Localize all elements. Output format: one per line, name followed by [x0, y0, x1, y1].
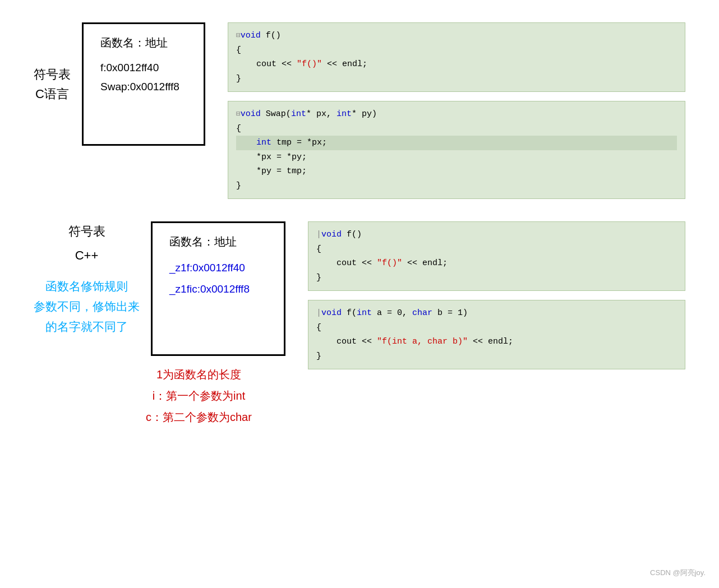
code-line: cout << "f(int a, char b)" << endl;: [316, 335, 677, 349]
code-line: *px = *py;: [236, 150, 677, 165]
keyword-int3: int: [256, 138, 271, 147]
annotation-line-0: 函数名修饰规则: [34, 276, 140, 297]
code-line: {: [236, 122, 677, 136]
code-line: ⊟void Swap(int* px, int* py): [236, 107, 677, 122]
watermark: CSDN @阿亮joy.: [650, 568, 706, 578]
string-literal: "f()": [377, 258, 402, 268]
legend-wrapper: 1为函数名的长度 i：第一个参数为int c：第二个参数为char: [146, 364, 252, 428]
pipe-icon2: |: [316, 308, 321, 318]
annotation-line-1: 参数不同，修饰出来: [34, 297, 140, 317]
bottom-symbol-wrapper: 符号表 C++ 函数名修饰规则 参数不同，修饰出来 的名字就不同了 函数名：地址…: [34, 221, 285, 356]
legend-line-1: i：第一个参数为int: [153, 385, 246, 406]
cpp-entry-1: _z1fic:0x0012fff8: [169, 279, 267, 300]
bottom-code-block-1: |void f() { cout << "f()" << endl; }: [308, 221, 685, 291]
bottom-label-line2: C++: [75, 246, 99, 265]
fn-swap: Swap(: [266, 109, 291, 119]
minus-icon: ⊟: [236, 31, 241, 40]
legend-line-2: c：第二个参数为char: [146, 406, 252, 428]
code-line: cout << "f()" << endl;: [316, 256, 677, 271]
code-line-highlight: int tmp = *px;: [236, 136, 677, 150]
top-label-line2: C语言: [34, 84, 71, 104]
keyword-int: int: [291, 109, 306, 119]
bottom-section: 符号表 C++ 函数名修饰规则 参数不同，修饰出来 的名字就不同了 函数名：地址…: [34, 221, 685, 428]
code-line: ⊟void f(): [236, 29, 677, 43]
code-line: *py = tmp;: [236, 164, 677, 179]
top-symbol-wrapper: 符号表 C语言 函数名：地址 f:0x0012ff40 Swap:0x0012f…: [34, 22, 205, 146]
keyword-void: void: [241, 31, 261, 40]
code-line: }: [236, 72, 677, 86]
top-box-title: 函数名：地址: [100, 35, 187, 50]
keyword-char: char: [412, 308, 432, 318]
fn-f: f(): [266, 31, 281, 40]
code-line: }: [316, 349, 677, 364]
top-symbol-box: 函数名：地址 f:0x0012ff40 Swap:0x0012fff8: [82, 22, 205, 146]
code-line: }: [316, 271, 677, 285]
annotation-line-2: 的名字就不同了: [34, 317, 140, 337]
annotation-text: 函数名修饰规则 参数不同，修饰出来 的名字就不同了: [34, 276, 140, 336]
cpp-entries: _z1f:0x0012ff40 _z1fic:0x0012fff8: [169, 257, 267, 300]
code-line: {: [316, 242, 677, 257]
top-box-entry-1: Swap:0x0012fff8: [100, 77, 187, 96]
keyword-void: void: [241, 109, 261, 119]
top-label-line1: 符号表: [34, 64, 71, 84]
code-line: {: [316, 321, 677, 335]
bottom-code-panels: |void f() { cout << "f()" << endl; } |vo…: [308, 221, 685, 369]
bottom-label-line1: 符号表: [68, 221, 105, 241]
string-literal2: "f(int a, char b)": [377, 337, 468, 346]
keyword-void: void: [321, 230, 342, 239]
code-line: cout << "f()" << endl;: [236, 57, 677, 72]
bottom-left-col: 符号表 C++ 函数名修饰规则 参数不同，修饰出来 的名字就不同了: [34, 221, 140, 336]
code-line: |void f(): [316, 228, 677, 242]
keyword-void: void: [321, 308, 342, 318]
top-symbol-label: 符号表 C语言: [34, 64, 71, 104]
pipe-icon: |: [316, 230, 321, 239]
top-code-block-1: ⊟void f() { cout << "f()" << endl; }: [228, 22, 685, 92]
bottom-code-block-2: |void f(int a = 0, char b = 1) { cout <<…: [308, 300, 685, 369]
code-line: {: [236, 43, 677, 58]
string-literal: "f()": [297, 59, 322, 69]
cpp-entry-0: _z1f:0x0012ff40: [169, 257, 267, 279]
top-code-panels: ⊟void f() { cout << "f()" << endl; } ⊟vo…: [228, 22, 685, 199]
main-container: 符号表 C语言 函数名：地址 f:0x0012ff40 Swap:0x0012f…: [0, 0, 719, 450]
keyword-int: int: [357, 308, 372, 318]
cpp-box-title: 函数名：地址: [169, 234, 267, 249]
bottom-left: 符号表 C++ 函数名修饰规则 参数不同，修饰出来 的名字就不同了 函数名：地址…: [34, 221, 285, 428]
top-box-entry-0: f:0x0012ff40: [100, 58, 187, 77]
code-line: }: [236, 179, 677, 193]
top-code-block-2: ⊟void Swap(int* px, int* py) { int tmp =…: [228, 101, 685, 199]
keyword-int2: int: [337, 109, 352, 119]
code-line: |void f(int a = 0, char b = 1): [316, 306, 677, 321]
cpp-symbol-box: 函数名：地址 _z1f:0x0012ff40 _z1fic:0x0012fff8: [151, 221, 285, 356]
minus-icon: ⊟: [236, 110, 241, 118]
legend-line-0: 1为函数名的长度: [156, 364, 241, 385]
top-section: 符号表 C语言 函数名：地址 f:0x0012ff40 Swap:0x0012f…: [34, 22, 685, 199]
